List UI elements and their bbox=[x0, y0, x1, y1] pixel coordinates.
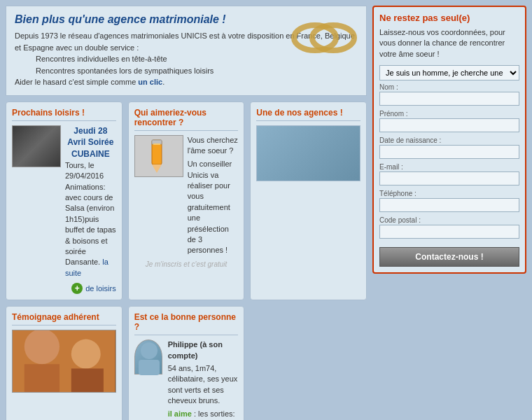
testimony-image bbox=[13, 330, 115, 392]
cards-grid: Prochains loisirs ! Jeudi 28 Avril Soiré… bbox=[6, 102, 367, 421]
events-card: Prochains loisirs ! Jeudi 28 Avril Soiré… bbox=[6, 102, 122, 301]
profile-likes: il aime : les sorties: resto, ciné, la n… bbox=[168, 409, 239, 420]
testimony-card: Témoignage adhérent bbox=[6, 306, 122, 420]
sidebar-form: Ne restez pas seul(e) Laissez-nous vos c… bbox=[372, 6, 526, 274]
profile-age-info: 54 ans, 1m74, célibataire, ses yeux sont… bbox=[168, 363, 239, 407]
svg-rect-5 bbox=[153, 144, 160, 145]
nom-label: Nom : bbox=[379, 83, 519, 91]
event-name: Jeudi 28 Avril Soirée CUBAINE bbox=[65, 125, 116, 160]
cta-link[interactable]: un clic bbox=[138, 78, 162, 86]
testimony-card-title: Témoignage adhérent bbox=[12, 312, 116, 326]
dob-field: Date de naissance : bbox=[379, 136, 519, 161]
meeting-card: Qui aimeriez-vous rencontrer ? Vous ch bbox=[128, 102, 245, 301]
meeting-text2: Un conseiller Unicis va réaliser pour vo… bbox=[188, 159, 239, 256]
meeting-text: Vous cherchez l'âme soeur ? Un conseille… bbox=[188, 135, 239, 256]
left-column: Bien plus qu'une agence matrimoniale ! D… bbox=[6, 6, 367, 420]
testimony-thumbnail bbox=[12, 330, 116, 393]
page-wrapper: Bien plus qu'une agence matrimoniale ! D… bbox=[0, 0, 532, 420]
svg-point-7 bbox=[24, 330, 59, 364]
phone-field: Téléphone : bbox=[379, 190, 519, 214]
nom-input[interactable] bbox=[379, 92, 519, 106]
pencil-thumbnail bbox=[134, 135, 183, 177]
svg-point-9 bbox=[71, 340, 101, 369]
postal-label: Code postal : bbox=[379, 216, 519, 224]
empty-slot bbox=[250, 306, 367, 420]
meeting-text1: Vous cherchez l'âme soeur ? bbox=[188, 135, 239, 157]
meeting-watermark: Je m'inscris et c'est gratuit bbox=[134, 260, 239, 268]
service2: Rencontres spontanées lors de sympathiqu… bbox=[15, 66, 214, 75]
rings-image bbox=[286, 6, 363, 69]
pencil-icon bbox=[138, 136, 180, 175]
dob-label: Date de naissance : bbox=[379, 136, 519, 144]
service1: Rencontres individuelles en tête-à-tête bbox=[15, 55, 167, 63]
email-field: E-mail : bbox=[379, 163, 519, 188]
main-content: Bien plus qu'une agence matrimoniale ! D… bbox=[0, 0, 532, 420]
profile-likes-label: il aime bbox=[168, 410, 192, 418]
submit-button[interactable]: Contactez-nous ! bbox=[379, 247, 519, 267]
right-sidebar: Ne restez pas seul(e) Laissez-nous vos c… bbox=[372, 6, 526, 420]
email-input[interactable] bbox=[379, 172, 519, 186]
phone-input[interactable] bbox=[379, 198, 519, 212]
more-events-link[interactable]: + de loisirs bbox=[12, 283, 116, 294]
gender-select[interactable]: Je suis un homme, je cherche une femme J… bbox=[379, 65, 519, 80]
profile-text: Philippe (à son compte) 54 ans, 1m74, cé… bbox=[168, 340, 239, 420]
svg-rect-12 bbox=[139, 360, 160, 375]
event-text: Jeudi 28 Avril Soirée CUBAINE Tours, le … bbox=[65, 125, 116, 279]
dob-input[interactable] bbox=[379, 145, 519, 159]
profile-card-title: Est ce la bonne personne ? bbox=[134, 312, 239, 335]
prenom-label: Prénom : bbox=[379, 110, 519, 118]
svg-point-11 bbox=[141, 342, 158, 359]
form-subtitle: Laissez-nous vos coordonnées, pour vous … bbox=[379, 27, 519, 59]
prenom-input[interactable] bbox=[379, 118, 519, 132]
events-card-title: Prochains loisirs ! bbox=[12, 108, 116, 121]
profile-thumbnail bbox=[134, 340, 162, 374]
intro-section: Bien plus qu'une agence matrimoniale ! D… bbox=[6, 6, 367, 96]
postal-input[interactable] bbox=[379, 225, 519, 239]
prenom-field: Prénom : bbox=[379, 110, 519, 134]
profile-card: Est ce la bonne personne ? Philippe (à s… bbox=[128, 306, 245, 420]
form-title: Ne restez pas seul(e) bbox=[379, 13, 519, 23]
agency-card-title: Une de nos agences ! bbox=[256, 108, 360, 121]
agency-map bbox=[256, 125, 360, 181]
event-location: Tours, le 29/04/2016 bbox=[65, 160, 116, 182]
svg-rect-10 bbox=[71, 369, 104, 393]
email-label: E-mail : bbox=[379, 163, 519, 171]
event-description: Animations: avec cours de Salsa (environ… bbox=[65, 182, 116, 279]
agency-card: Une de nos agences ! bbox=[250, 102, 367, 301]
nom-field: Nom : bbox=[379, 83, 519, 108]
phone-label: Téléphone : bbox=[379, 190, 519, 197]
svg-marker-3 bbox=[152, 164, 162, 173]
more-events-label: de loisirs bbox=[85, 284, 115, 293]
event-thumbnail bbox=[12, 125, 61, 167]
profile-name: Philippe (à son compte) bbox=[168, 340, 223, 359]
plus-icon: + bbox=[71, 283, 83, 294]
meeting-card-title: Qui aimeriez-vous rencontrer ? bbox=[134, 108, 239, 131]
postal-field: Code postal : bbox=[379, 216, 519, 241]
profile-avatar-icon bbox=[135, 340, 163, 375]
svg-rect-8 bbox=[24, 364, 59, 392]
